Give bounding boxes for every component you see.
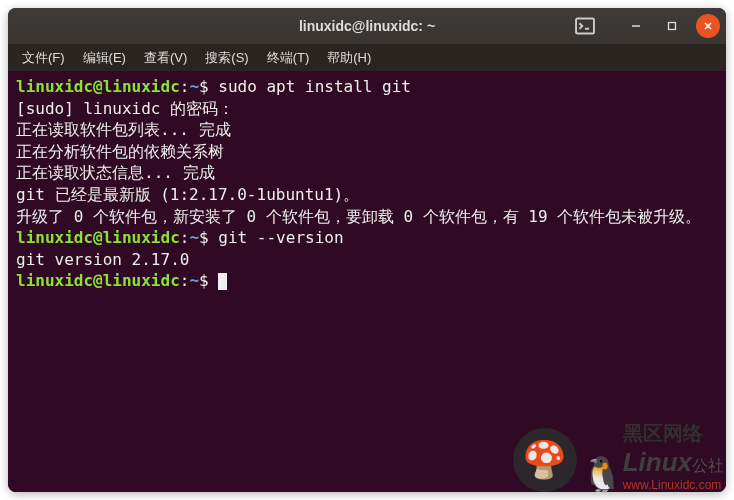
prompt-dollar: $ [199, 77, 218, 96]
output-line: git 已经是最新版 (1:2.17.0-1ubuntu1)。 [16, 185, 359, 204]
prompt-path: ~ [189, 228, 199, 247]
menu-search[interactable]: 搜索(S) [197, 46, 256, 70]
prompt-colon: : [180, 77, 190, 96]
watermark-logo-circle: 🍄 [513, 428, 577, 492]
menu-edit[interactable]: 编辑(E) [75, 46, 134, 70]
minimize-button[interactable] [624, 14, 648, 38]
tux-icon: 🐧 [581, 454, 623, 494]
prompt-path: ~ [189, 271, 199, 290]
prompt-path: ~ [189, 77, 199, 96]
window-controls [624, 14, 720, 38]
output-line: 升级了 0 个软件包，新安装了 0 个软件包，要卸载 0 个软件包，有 19 个… [16, 207, 701, 226]
menu-help[interactable]: 帮助(H) [319, 46, 379, 70]
output-line: [sudo] linuxidc 的密码： [16, 99, 234, 118]
prompt-colon: : [180, 228, 190, 247]
menu-terminal[interactable]: 终端(T) [259, 46, 318, 70]
prompt-user: linuxidc@linuxidc [16, 228, 180, 247]
prompt-colon: : [180, 271, 190, 290]
prompt-user: linuxidc@linuxidc [16, 271, 180, 290]
svg-rect-2 [669, 23, 676, 30]
mushroom-icon: 🍄 [522, 439, 567, 481]
window-title: linuxidc@linuxidc: ~ [299, 18, 435, 34]
watermark-brand-suffix: 公社 [692, 457, 724, 474]
prompt-dollar: $ [199, 228, 218, 247]
watermark-brand-cn: 黑区网络 [623, 422, 703, 444]
output-line: 正在读取状态信息... 完成 [16, 163, 282, 182]
output-line: 正在分析软件包的依赖关系树 [16, 142, 291, 161]
watermark-brand-en: Linux [623, 447, 692, 477]
close-button[interactable] [696, 14, 720, 38]
menu-file[interactable]: 文件(F) [14, 46, 73, 70]
watermark-url: www.Linuxidc.com [623, 478, 722, 492]
command-2: git --version [218, 228, 343, 247]
prompt-dollar: $ [199, 271, 218, 290]
svg-rect-0 [576, 18, 594, 33]
titlebar-left-controls [574, 15, 596, 37]
output-line: git version 2.17.0 [16, 250, 189, 269]
menubar: 文件(F) 编辑(E) 查看(V) 搜索(S) 终端(T) 帮助(H) [8, 44, 726, 72]
maximize-button[interactable] [660, 14, 684, 38]
watermark: 🍄 🐧 黑区网络 Linux公社 www.Linuxidc.com [513, 420, 724, 492]
cursor [218, 273, 227, 290]
prompt-user: linuxidc@linuxidc [16, 77, 180, 96]
new-terminal-icon[interactable] [574, 15, 596, 37]
watermark-text: 黑区网络 Linux公社 www.Linuxidc.com [623, 420, 724, 492]
output-line: 正在读取软件包列表... 完成 [16, 120, 231, 139]
command-1: sudo apt install git [218, 77, 411, 96]
titlebar[interactable]: linuxidc@linuxidc: ~ [8, 8, 726, 44]
menu-view[interactable]: 查看(V) [136, 46, 195, 70]
